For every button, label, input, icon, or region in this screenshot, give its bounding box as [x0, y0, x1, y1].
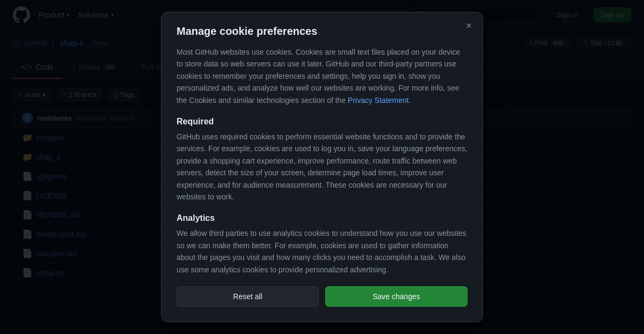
- modal-intro: Most GitHub websites use cookies. Cookie…: [177, 46, 467, 106]
- privacy-statement-link[interactable]: Privacy Statement: [348, 96, 409, 105]
- modal-footer: Reset all Save changes: [177, 286, 467, 307]
- reset-all-button[interactable]: Reset all: [177, 286, 319, 307]
- modal-title: Manage cookie preferences: [177, 25, 467, 38]
- required-section-body: GitHub uses required cookies to perform …: [177, 131, 467, 203]
- analytics-section-title: Analytics: [177, 213, 467, 223]
- analytics-section-body: We allow third parties to use analytics …: [177, 227, 467, 276]
- save-changes-button[interactable]: Save changes: [325, 286, 467, 307]
- modal-overlay: × Manage cookie preferences Most GitHub …: [0, 0, 644, 334]
- required-section-title: Required: [177, 117, 467, 127]
- modal-close-button[interactable]: ×: [466, 21, 472, 31]
- cookie-modal: × Manage cookie preferences Most GitHub …: [161, 12, 483, 322]
